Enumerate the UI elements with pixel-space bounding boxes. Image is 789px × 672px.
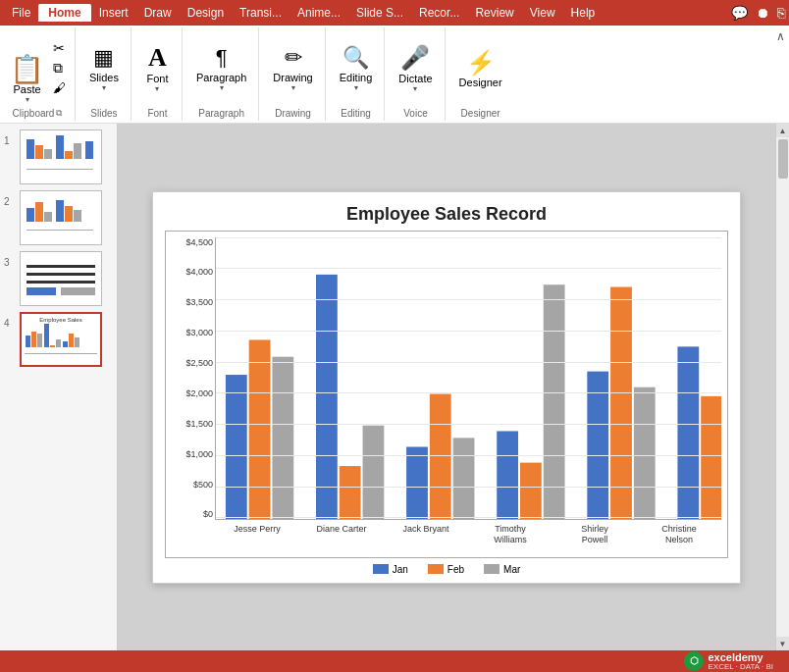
svg-rect-8	[26, 208, 34, 222]
slides-button[interactable]: ▦ Slides ▾	[85, 43, 123, 93]
svg-rect-13	[74, 210, 81, 222]
editing-label: Editing	[340, 72, 373, 83]
paste-arrow[interactable]: ▾	[26, 95, 29, 104]
comment-icon[interactable]: 💬	[731, 5, 748, 21]
slide-num-1: 1	[4, 135, 16, 146]
menu-insert[interactable]: Insert	[91, 4, 136, 22]
status-bar: ⬡ exceldemy EXCEL · DATA · BI	[0, 650, 789, 672]
menu-slide-show[interactable]: Slide S...	[348, 4, 411, 22]
menu-view[interactable]: View	[522, 4, 563, 22]
designer-label: Designer	[459, 77, 502, 88]
svg-rect-2	[44, 149, 52, 159]
y-label: $3,500	[168, 297, 213, 307]
slides-icon: ▦	[93, 45, 114, 71]
menu-home[interactable]: Home	[38, 4, 90, 22]
x-label-christine: ChristineNelson	[647, 524, 711, 546]
svg-rect-10	[44, 212, 52, 222]
drawing-icon: ✏	[285, 45, 302, 71]
font-arrow[interactable]: ▾	[155, 84, 159, 93]
clipboard-expand-icon[interactable]: ⧉	[56, 108, 62, 119]
svg-rect-4	[65, 151, 73, 159]
paste-button[interactable]: 📋 Paste ▾	[6, 54, 48, 106]
slide-canvas[interactable]: Employee Sales Record $4,500 $4,000 $3,5…	[152, 191, 741, 584]
menu-transi[interactable]: Transi...	[232, 4, 289, 22]
paragraph-button[interactable]: ¶ Paragraph ▾	[192, 43, 250, 93]
menu-file[interactable]: File	[4, 4, 38, 22]
clipboard-group: 📋 Paste ▾ ✂ ⧉ 🖌 Clipboard ⧉	[6, 27, 76, 121]
format-painter-button[interactable]: 🖌	[50, 79, 69, 96]
menu-help[interactable]: Help	[563, 4, 604, 22]
chart-plot	[215, 237, 721, 520]
svg-rect-15	[26, 281, 95, 284]
svg-rect-23	[37, 334, 42, 347]
paragraph-arrow[interactable]: ▾	[220, 83, 224, 92]
slide-num-3: 3	[4, 257, 16, 268]
menu-draw[interactable]: Draw	[136, 4, 180, 22]
ribbon-collapse-button[interactable]: ∧	[776, 29, 785, 43]
svg-rect-26	[56, 339, 61, 347]
y-label: $500	[168, 480, 213, 490]
paragraph-icon: ¶	[216, 45, 228, 71]
svg-rect-12	[65, 206, 73, 222]
drawing-button[interactable]: ✏ Drawing ▾	[269, 43, 316, 93]
font-button[interactable]: A Font ▾	[142, 42, 172, 95]
svg-rect-17	[26, 265, 95, 268]
svg-rect-7	[26, 169, 93, 170]
menu-design[interactable]: Design	[180, 4, 232, 22]
voice-group-label: Voice	[394, 106, 436, 121]
slide-image-3[interactable]	[20, 251, 102, 306]
font-group-label: Font	[141, 106, 174, 121]
record-icon[interactable]: ⏺	[756, 5, 769, 21]
vertical-scrollbar[interactable]: ▲ ▼	[775, 124, 789, 650]
slide-thumb-2[interactable]: 2	[4, 190, 113, 245]
svg-rect-22	[31, 332, 36, 347]
svg-rect-25	[50, 345, 55, 347]
scroll-thumb[interactable]	[778, 139, 788, 179]
svg-rect-28	[69, 334, 74, 347]
drawing-label: Drawing	[273, 72, 312, 83]
slide-thumb-1[interactable]: 1	[4, 129, 113, 184]
copy-button[interactable]: ⧉	[50, 59, 69, 78]
slide-num-2: 2	[4, 196, 16, 207]
y-label: $1,000	[168, 449, 213, 459]
y-label: $0	[168, 509, 213, 519]
share-icon[interactable]: ⎘	[777, 5, 785, 21]
slides-arrow[interactable]: ▾	[102, 83, 106, 92]
x-label-diane: Diane Carter	[309, 524, 374, 536]
svg-rect-19	[61, 287, 95, 295]
voice-group: 🎤 Dictate ▾ Voice	[387, 27, 445, 121]
designer-button[interactable]: ⚡ Designer	[455, 47, 506, 91]
slide-thumb-3[interactable]: 3	[4, 251, 113, 306]
svg-rect-24	[44, 324, 49, 347]
slide-image-2[interactable]	[20, 190, 102, 245]
drawing-group: ✏ Drawing ▾ Drawing	[261, 27, 325, 121]
dictate-icon: 🎤	[400, 44, 430, 73]
svg-rect-6	[85, 141, 93, 159]
paragraph-group-label: Paragraph	[192, 106, 250, 121]
font-group: A Font ▾ Font	[133, 27, 183, 121]
editing-button[interactable]: 🔍 Editing ▾	[336, 43, 377, 93]
chart-title: Employee Sales Record	[346, 204, 547, 225]
menu-review[interactable]: Review	[467, 4, 521, 22]
cut-button[interactable]: ✂	[50, 39, 69, 57]
paragraph-label: Paragraph	[196, 72, 246, 83]
scroll-down-button[interactable]: ▼	[776, 637, 790, 650]
canvas-area: Employee Sales Record $4,500 $4,000 $3,5…	[118, 124, 775, 650]
scroll-up-button[interactable]: ▲	[776, 124, 790, 137]
slide-image-4[interactable]: Employee Sales	[20, 312, 102, 367]
y-label: $1,500	[168, 419, 213, 429]
menu-anime[interactable]: Anime...	[289, 4, 348, 22]
dictate-button[interactable]: 🎤 Dictate ▾	[394, 42, 436, 95]
dictate-arrow[interactable]: ▾	[413, 84, 417, 93]
slide-image-1[interactable]	[20, 129, 102, 184]
editing-group: 🔍 Editing ▾ Editing	[328, 27, 386, 121]
designer-group: ⚡ Designer Designer	[447, 27, 514, 121]
clipboard-label: Clipboard ⧉	[6, 106, 69, 121]
slide-thumb-4[interactable]: 4 Employee Sales	[4, 312, 113, 367]
legend-mar: Mar	[484, 564, 520, 575]
paragraph-group: ¶ Paragraph ▾ Paragraph	[184, 27, 259, 121]
legend-feb: Feb	[428, 564, 464, 575]
editing-arrow[interactable]: ▾	[354, 83, 358, 92]
drawing-arrow[interactable]: ▾	[291, 83, 295, 92]
menu-record[interactable]: Recor...	[411, 4, 467, 22]
